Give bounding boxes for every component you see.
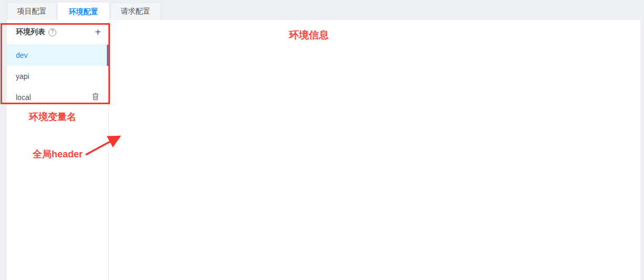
delete-environment-icon[interactable] bbox=[91, 92, 100, 103]
environment-name-label: dev bbox=[16, 51, 28, 59]
environment-name-label: yapi bbox=[16, 72, 29, 81]
environment-list-header: 环境列表 ? + bbox=[7, 20, 108, 45]
tab-environment-config[interactable]: 环境配置 bbox=[58, 3, 109, 21]
sidebar-item-local[interactable]: local bbox=[7, 87, 108, 108]
environment-list-title: 环境列表 bbox=[16, 27, 45, 37]
environment-list-sidebar: 环境列表 ? + dev yapi local bbox=[7, 20, 109, 280]
tab-project-config[interactable]: 项目配置 bbox=[7, 3, 56, 20]
sidebar-item-dev[interactable]: dev bbox=[7, 45, 108, 66]
add-environment-icon[interactable]: + bbox=[95, 27, 101, 37]
sidebar-item-yapi[interactable]: yapi bbox=[7, 66, 108, 87]
tab-request-config[interactable]: 请求配置 bbox=[110, 3, 160, 20]
help-circle-icon[interactable]: ? bbox=[48, 28, 56, 36]
environment-config-panel: 环境列表 ? + dev yapi local bbox=[7, 20, 640, 280]
environment-name-label: local bbox=[16, 93, 31, 102]
